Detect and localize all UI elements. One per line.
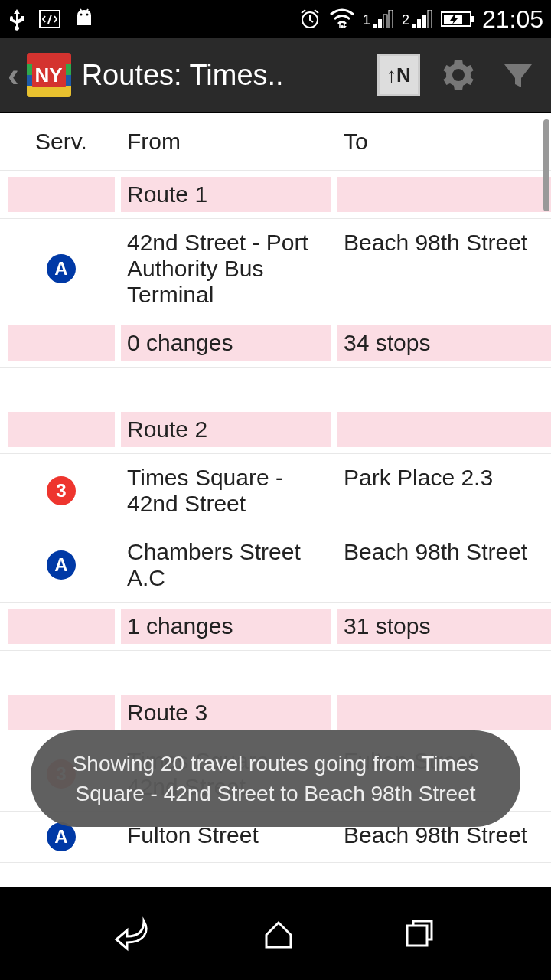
svg-rect-16 [471, 16, 474, 22]
gear-icon [440, 57, 477, 93]
changes-cell: 1 changes [121, 609, 331, 644]
signal-2-icon: 2 [402, 10, 433, 28]
android-icon [73, 8, 95, 31]
map-button[interactable]: ↑N [372, 48, 425, 102]
signal-1-icon: 1 [363, 10, 394, 28]
svg-rect-12 [417, 19, 421, 28]
usb-icon [8, 8, 26, 31]
scrollbar[interactable] [543, 119, 549, 211]
svg-rect-9 [383, 15, 387, 28]
svg-rect-10 [389, 10, 393, 28]
header-to: To [337, 124, 551, 159]
svg-point-2 [86, 14, 89, 16]
from-cell: Chambers Street A.C [121, 534, 331, 596]
route-label: Route 1 [121, 177, 331, 212]
recent-nav-button[interactable] [401, 915, 438, 952]
to-cell: Beach 98th Street [337, 534, 551, 596]
funnel-icon [500, 57, 536, 93]
back-arrow-icon [113, 912, 156, 955]
svg-point-4 [341, 25, 344, 28]
table-header: Serv. From To [0, 113, 551, 171]
clock-text: 21:05 [482, 5, 543, 34]
recent-apps-icon [401, 915, 438, 952]
toast-message: Showing 20 travel routes going from Time… [31, 730, 520, 827]
svg-rect-19 [407, 926, 427, 946]
home-icon [260, 915, 297, 952]
route-header[interactable]: Route 1 [0, 171, 551, 219]
to-cell: Beach 98th Street [337, 225, 551, 312]
alarm-icon [298, 8, 321, 31]
route-leg[interactable]: A 42nd Street - Port Authority Bus Termi… [0, 219, 551, 319]
nav-bar [0, 887, 551, 980]
compass-icon: ↑N [377, 54, 420, 96]
home-nav-button[interactable] [260, 915, 297, 952]
status-bar: 1 2 21:05 [0, 0, 551, 38]
dev-icon [38, 8, 61, 31]
from-cell: Times Square - 42nd Street [121, 460, 331, 521]
line-badge-a: A [47, 254, 76, 283]
route-label: Route 3 [121, 695, 331, 730]
header-serv: Serv. [8, 124, 115, 159]
page-title: Routes: Times.. [77, 59, 366, 92]
back-button[interactable]: ‹ [6, 56, 21, 94]
route-summary[interactable]: 0 changes 34 stops [0, 319, 551, 368]
svg-rect-11 [412, 24, 416, 28]
changes-cell: 0 changes [121, 325, 331, 361]
header-from: From [121, 124, 331, 159]
to-cell: Park Place 2.3 [337, 460, 551, 521]
route-header[interactable]: Route 2 [0, 406, 551, 454]
route-leg[interactable]: A Chambers Street A.C Beach 98th Street [0, 528, 551, 603]
stops-cell: 34 stops [337, 325, 551, 361]
route-summary[interactable]: 1 changes 31 stops [0, 603, 551, 651]
app-bar: ‹ NY Routes: Times.. ↑N [0, 38, 551, 113]
route-label: Route 2 [121, 412, 331, 447]
svg-rect-7 [373, 24, 377, 28]
svg-point-1 [80, 14, 83, 16]
svg-rect-8 [378, 19, 382, 28]
wifi-icon [329, 8, 355, 30]
svg-rect-14 [428, 10, 432, 28]
line-badge-3: 3 [47, 476, 76, 505]
stops-cell: 31 stops [337, 609, 551, 644]
app-icon[interactable]: NY [27, 53, 71, 97]
line-badge-a: A [47, 550, 76, 580]
battery-icon [441, 10, 474, 28]
back-nav-button[interactable] [113, 912, 156, 955]
from-cell: 42nd Street - Port Authority Bus Termina… [121, 225, 331, 312]
settings-button[interactable] [432, 48, 485, 102]
filter-button[interactable] [491, 48, 545, 102]
route-leg[interactable]: 3 Times Square - 42nd Street Park Place … [0, 454, 551, 528]
svg-rect-13 [422, 15, 426, 28]
